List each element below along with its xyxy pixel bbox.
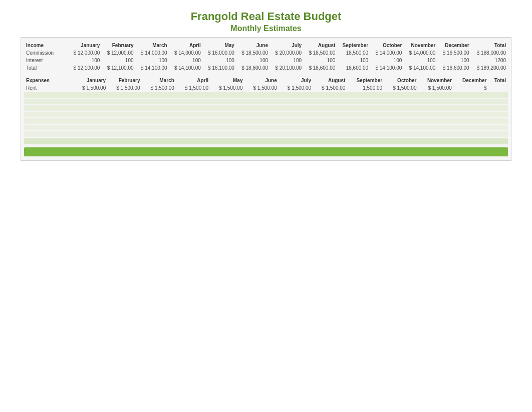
col-feb: February — [102, 42, 135, 49]
income-total-aug: $ 18,600.00 — [304, 64, 337, 72]
section-spacer — [24, 72, 508, 77]
commission-mar: $ 14,000.00 — [136, 49, 169, 57]
expenses-label: Expenses — [24, 77, 74, 84]
exp-col-dec: December — [454, 77, 489, 84]
commission-total: $ 188,000.00 — [471, 49, 508, 57]
col-jul: July — [270, 42, 304, 49]
sub-title: Monthly Estimates — [10, 24, 522, 33]
income-total-jun: $ 18,600.00 — [236, 64, 270, 72]
interest-aug: 100 — [304, 57, 337, 64]
col-total: Total — [471, 42, 508, 49]
income-total-nov: $ 14,100.00 — [404, 64, 437, 72]
interest-label: Interest — [24, 57, 68, 64]
rent-jan: $ 1,500.00 — [74, 84, 108, 92]
income-total-jul: $ 20,100.00 — [270, 64, 304, 72]
rent-label: Rent — [24, 84, 74, 92]
commission-sep: 18,500.00 — [337, 49, 370, 57]
rent-total — [488, 84, 508, 92]
exp-col-total: Total — [488, 77, 508, 84]
exp-col-oct: October — [384, 77, 418, 84]
col-jan: January — [68, 42, 102, 49]
income-total-sep: 18,600.00 — [337, 64, 370, 72]
income-total-feb: $ 12,100.00 — [102, 64, 135, 72]
interest-jun: 100 — [236, 57, 270, 64]
rent-row: Rent $ 1,500.00 $ 1,500.00 $ 1,500.00 $ … — [24, 84, 508, 92]
expenses-header-row: Expenses January February March April Ma… — [24, 77, 508, 84]
expenses-table: Expenses January February March April Ma… — [24, 77, 508, 145]
income-label: Income — [24, 42, 68, 49]
interest-jul: 100 — [270, 57, 304, 64]
income-total-label: Total — [24, 64, 68, 72]
expense-row-3 — [24, 98, 508, 105]
interest-row: Interest 100 100 100 100 100 100 100 100… — [24, 57, 508, 64]
col-dec: December — [437, 42, 471, 49]
page: Frangold Real Estate Budget Monthly Esti… — [0, 0, 532, 412]
budget-container: Income January February March April May … — [21, 37, 511, 161]
commission-jan: $ 12,000.00 — [68, 49, 102, 57]
rent-oct: $ 1,500.00 — [384, 84, 418, 92]
interest-mar: 100 — [136, 57, 169, 64]
exp-col-jul: July — [279, 77, 313, 84]
rent-dec: $ — [454, 84, 489, 92]
commission-apr: $ 14,000.00 — [169, 49, 203, 57]
interest-may: 100 — [203, 57, 236, 64]
income-total-total: $ 189,200.00 — [471, 64, 508, 72]
col-jun: June — [236, 42, 270, 49]
col-oct: October — [370, 42, 404, 49]
commission-nov: $ 14,000.00 — [404, 49, 437, 57]
rent-jun: $ 1,500.00 — [244, 84, 279, 92]
exp-col-jun: June — [244, 77, 279, 84]
commission-jul: $ 20,000.00 — [270, 49, 304, 57]
rent-feb: $ 1,500.00 — [108, 84, 142, 92]
main-title: Frangold Real Estate Budget — [10, 10, 522, 23]
footer-bar — [24, 147, 508, 156]
expense-row-4 — [24, 105, 508, 111]
commission-oct: $ 14,000.00 — [370, 49, 404, 57]
exp-col-apr: April — [176, 77, 210, 84]
commission-aug: $ 18,500.00 — [304, 49, 337, 57]
expense-row-7 — [24, 124, 508, 131]
commission-may: $ 16,000.00 — [203, 49, 236, 57]
expense-row-8 — [24, 131, 508, 137]
col-sep: September — [337, 42, 370, 49]
commission-label: Commission — [24, 49, 68, 57]
interest-nov: 100 — [404, 57, 437, 64]
interest-dec: 100 — [437, 57, 471, 64]
rent-may: $ 1,500.00 — [210, 84, 244, 92]
income-header-row: Income January February March April May … — [24, 42, 508, 49]
exp-col-nov: November — [418, 77, 453, 84]
col-mar: March — [136, 42, 169, 49]
col-may: May — [203, 42, 236, 49]
commission-feb: $ 12,000.00 — [102, 49, 135, 57]
commission-dec: $ 16,500.00 — [437, 49, 471, 57]
interest-apr: 100 — [169, 57, 203, 64]
rent-sep: 1,500.00 — [347, 84, 384, 92]
rent-mar: $ 1,500.00 — [142, 84, 176, 92]
rent-aug: $ 1,500.00 — [313, 84, 347, 92]
expense-row-2 — [24, 92, 508, 98]
col-nov: November — [404, 42, 437, 49]
interest-sep: 100 — [337, 57, 370, 64]
col-aug: August — [304, 42, 337, 49]
rent-nov: $ 1,500.00 — [418, 84, 453, 92]
exp-col-feb: February — [108, 77, 142, 84]
income-total-dec: $ 16,600.00 — [437, 64, 471, 72]
commission-row: Commission $ 12,000.00 $ 12,000.00 $ 14,… — [24, 49, 508, 57]
exp-col-sep: September — [347, 77, 384, 84]
exp-col-mar: March — [142, 77, 176, 84]
income-total-apr: $ 14,100.00 — [169, 64, 203, 72]
interest-total: 1200 — [471, 57, 508, 64]
commission-jun: $ 18,500.00 — [236, 49, 270, 57]
rent-apr: $ 1,500.00 — [176, 84, 210, 92]
rent-jul: $ 1,500.00 — [279, 84, 313, 92]
interest-feb: 100 — [102, 57, 135, 64]
col-apr: April — [169, 42, 203, 49]
exp-col-may: May — [210, 77, 244, 84]
exp-col-aug: August — [313, 77, 347, 84]
exp-col-jan: January — [74, 77, 108, 84]
expense-row-5 — [24, 111, 508, 118]
income-total-row: Total $ 12,100.00 $ 12,100.00 $ 14,100.0… — [24, 64, 508, 72]
income-total-mar: $ 14,100.00 — [136, 64, 169, 72]
income-total-oct: $ 14,100.00 — [370, 64, 404, 72]
expense-row-6 — [24, 118, 508, 124]
